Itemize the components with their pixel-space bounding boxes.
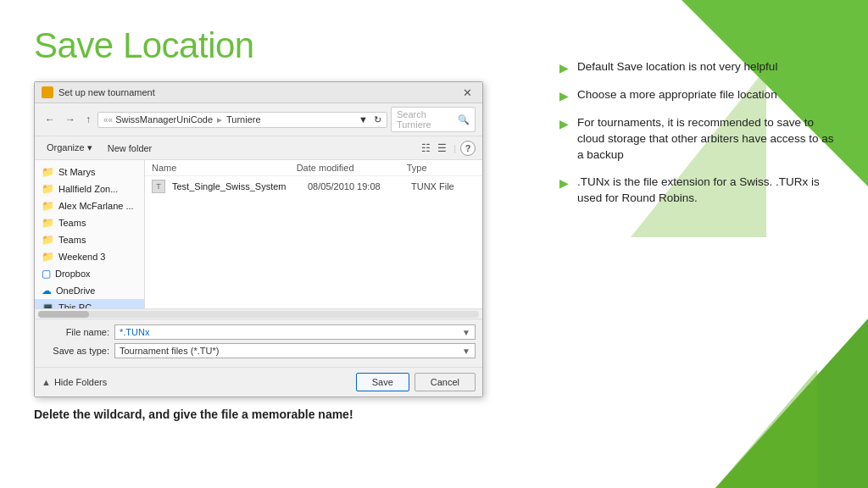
organize-button[interactable]: Organize ▾ (42, 140, 97, 156)
col-header-name[interactable]: Name (152, 163, 290, 173)
slide-content: Save Location Set up new tournament ✕ ← … (0, 0, 868, 488)
new-folder-button[interactable]: New folder (103, 141, 158, 156)
filename-label: File name: (42, 327, 109, 337)
nav-item-weekend3[interactable]: 📁 Weekend 3 (35, 248, 144, 265)
dialog-body: 📁 St Marys 📁 Hallfield Zon... 📁 Alex McF… (35, 160, 482, 308)
scrollbar-thumb (38, 311, 89, 318)
refresh-button[interactable]: ↻ (374, 114, 381, 125)
file-date: 08/05/2010 19:08 (308, 181, 404, 191)
file-name: Test_Single_Swiss_System (172, 181, 301, 191)
nav-item-hallfield[interactable]: 📁 Hallfield Zon... (35, 180, 144, 197)
file-type: TUNX File (411, 181, 476, 191)
help-button[interactable]: ? (460, 141, 476, 156)
dialog-title-area: Set up new tournament (42, 86, 155, 98)
nav-item-onedrive[interactable]: ☁ OneDrive (35, 282, 144, 299)
filename-dropdown-arrow: ▼ (462, 328, 470, 337)
filename-input[interactable]: *.TUNx ▼ (114, 324, 476, 340)
bullet-arrow-4: ▶ (559, 176, 569, 190)
dialog-nav-toolbar: ← → ↑ «« SwissManagerUniCode ► Turniere … (35, 103, 482, 136)
folder-icon: 📁 (42, 200, 54, 212)
folder-nav-sidebar: 📁 St Marys 📁 Hallfield Zon... 📁 Alex McF… (35, 160, 145, 308)
up-button[interactable]: ↑ (82, 112, 94, 127)
file-list-area: Name Date modified Type T Test_Single_Sw… (145, 160, 482, 308)
savetype-value: Tournament files (*.TU*) (120, 346, 219, 356)
file-row[interactable]: T Test_Single_Swiss_System 08/05/2010 19… (145, 176, 482, 197)
hide-folders-arrow: ▲ (42, 377, 51, 387)
nav-item-stmarys[interactable]: 📁 St Marys (35, 164, 144, 180)
bullet-text-2: Choose a more appropriate file location (577, 87, 777, 103)
hide-folders-label: Hide Folders (54, 377, 107, 387)
dialog-titlebar: Set up new tournament ✕ (35, 82, 482, 103)
dropbox-icon: ▢ (42, 268, 51, 280)
folder-icon: 📁 (42, 166, 54, 178)
savetype-input[interactable]: Tournament files (*.TU*) ▼ (114, 343, 476, 358)
right-column: ▶ Default Save location is not very help… (542, 25, 843, 471)
page-title: Save Location (34, 25, 542, 66)
cancel-button[interactable]: Cancel (415, 373, 476, 391)
folder-icon: 📁 (42, 251, 54, 263)
scrollbar-track (38, 311, 479, 318)
dialog-title-icon (42, 86, 53, 98)
breadcrumb-sep: ► (215, 115, 224, 125)
hide-folders-section: ▲ Hide Folders (42, 377, 107, 387)
bullet-text-3: For tournaments, it is recommended to sa… (577, 115, 843, 164)
col-header-date: Date modified (297, 163, 400, 173)
bullet-arrow-3: ▶ (559, 117, 569, 130)
dialog-title-text: Set up new tournament (58, 87, 155, 97)
nav-item-alex[interactable]: 📁 Alex McFarlane ... (35, 197, 144, 214)
dialog-actions-bar: Organize ▾ New folder ☷ ☰ | ? (35, 136, 482, 160)
close-button[interactable]: ✕ (459, 87, 476, 98)
breadcrumb-chevron: «« (103, 115, 113, 125)
savetype-dropdown-arrow: ▼ (462, 347, 470, 356)
breadcrumb-folder: Turniere (226, 114, 261, 125)
search-box[interactable]: Search Turniere 🔍 (391, 107, 476, 132)
nav-item-dropbox[interactable]: ▢ Dropbox (35, 265, 144, 282)
back-button[interactable]: ← (42, 112, 58, 127)
computer-icon: 💻 (42, 302, 54, 308)
filename-value: *.TUNx (120, 327, 149, 337)
bullet-text-4: .TUNx is the file extension for a Swiss.… (577, 175, 843, 207)
view-list-button[interactable]: ☷ (419, 141, 433, 155)
folder-icon: 📁 (42, 234, 54, 246)
caption-text: Delete the wildcard, and give the file a… (34, 408, 542, 421)
file-dialog: Set up new tournament ✕ ← → ↑ «« SwissMa… (34, 81, 483, 397)
nav-item-thispc[interactable]: 💻 This PC (35, 299, 144, 308)
savetype-row: Save as type: Tournament files (*.TU*) ▼ (42, 343, 476, 358)
folder-icon: 📁 (42, 183, 54, 195)
bullet-arrow-1: ▶ (559, 61, 569, 75)
file-list-header: Name Date modified Type (145, 160, 482, 176)
folder-icon: 📁 (42, 217, 54, 229)
horizontal-scrollbar[interactable] (35, 308, 482, 319)
bullet-item-3: ▶ For tournaments, it is recommended to … (559, 115, 843, 164)
forward-button[interactable]: → (62, 112, 79, 127)
dialog-footer: ▲ Hide Folders Save Cancel (35, 367, 482, 396)
bullet-item-1: ▶ Default Save location is not very help… (559, 59, 843, 75)
bullet-arrow-2: ▶ (559, 89, 569, 103)
dialog-form: File name: *.TUNx ▼ Save as type: Tourna… (35, 319, 482, 367)
search-icon: 🔍 (458, 114, 470, 125)
col-header-type: Type (407, 163, 476, 173)
filename-row: File name: *.TUNx ▼ (42, 324, 476, 340)
onedrive-icon: ☁ (42, 285, 52, 297)
view-icons: ☷ ☰ | ? (419, 141, 476, 156)
bullet-text-1: Default Save location is not very helpfu… (577, 59, 777, 75)
left-column: Save Location Set up new tournament ✕ ← … (34, 25, 542, 471)
search-placeholder: Search Turniere (397, 109, 454, 130)
breadcrumb-root: SwissManagerUniCode (115, 114, 213, 125)
nav-item-teams2[interactable]: 📁 Teams (35, 231, 144, 248)
save-button[interactable]: Save (356, 373, 409, 391)
file-icon: T (152, 180, 165, 193)
bullet-item-2: ▶ Choose a more appropriate file locatio… (559, 87, 843, 103)
view-details-button[interactable]: ☰ (435, 141, 449, 155)
nav-item-teams1[interactable]: 📁 Teams (35, 214, 144, 231)
bullet-item-4: ▶ .TUNx is the file extension for a Swis… (559, 175, 843, 207)
savetype-label: Save as type: (42, 346, 109, 356)
breadcrumb-path[interactable]: «« SwissManagerUniCode ► Turniere ▼ ↻ (97, 112, 387, 128)
